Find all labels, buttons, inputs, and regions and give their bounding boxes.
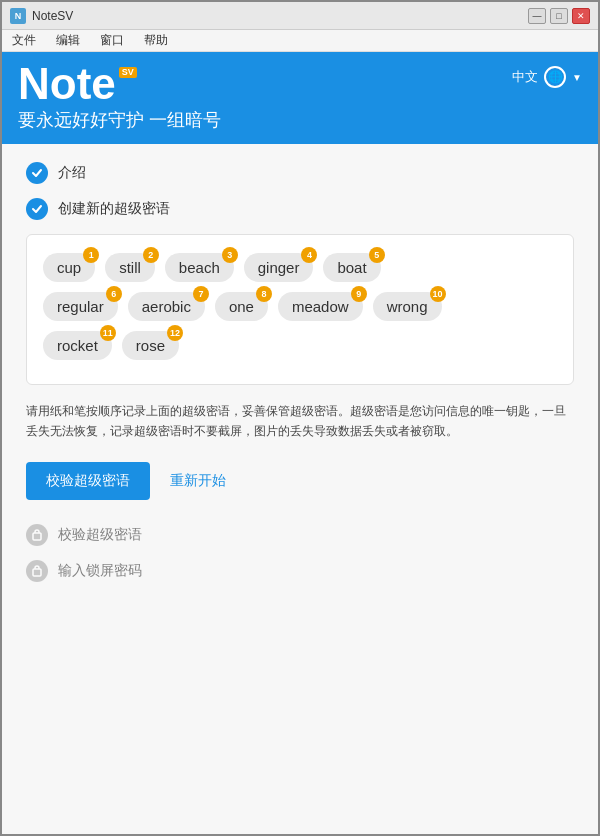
app-name-group: Note SV xyxy=(18,62,582,106)
verify-button[interactable]: 校验超级密语 xyxy=(26,462,150,500)
word-row-3: rocket11rose12 xyxy=(43,331,557,360)
step-2-icon xyxy=(26,198,48,220)
info-text: 请用纸和笔按顺序记录上面的超级密语，妥善保管超级密语。超级密语是您访问信息的唯一… xyxy=(26,401,574,442)
word-chip-1: cup1 xyxy=(43,253,95,282)
word-chip-7: aerobic7 xyxy=(128,292,205,321)
word-row-2: regular6aerobic7one8meadow9wrong10 xyxy=(43,292,557,321)
word-chip-box: cup1still2beach3ginger4boat5 regular6aer… xyxy=(26,234,574,385)
header: Note SV 要永远好好守护 一组暗号 中文 🌐 ▼ xyxy=(2,52,598,144)
word-chip-2: still2 xyxy=(105,253,155,282)
step-4-label: 输入锁屏密码 xyxy=(58,562,142,580)
titlebar-left: N NoteSV xyxy=(10,8,73,24)
menu-help[interactable]: 帮助 xyxy=(140,30,172,51)
close-button[interactable]: ✕ xyxy=(572,8,590,24)
word-chip-10: wrong10 xyxy=(373,292,442,321)
titlebar-title: NoteSV xyxy=(32,9,73,23)
svg-rect-1 xyxy=(33,569,41,576)
lang-dropdown-arrow: ▼ xyxy=(572,72,582,83)
word-chip-11: rocket11 xyxy=(43,331,112,360)
word-chip-6: regular6 xyxy=(43,292,118,321)
globe-icon: 🌐 xyxy=(544,66,566,88)
titlebar: N NoteSV — □ ✕ xyxy=(2,2,598,30)
step-1-label: 介绍 xyxy=(58,164,86,182)
restart-button[interactable]: 重新开始 xyxy=(170,472,226,490)
main-content: 介绍 创建新的超级密语 cup1still2beach3ginger4boat5… xyxy=(2,144,598,836)
step-4-icon xyxy=(26,560,48,582)
step-1: 介绍 xyxy=(26,162,574,184)
step-1-icon xyxy=(26,162,48,184)
word-chip-4: ginger4 xyxy=(244,253,314,282)
step-3-icon xyxy=(26,524,48,546)
word-chip-5: boat5 xyxy=(323,253,380,282)
menu-edit[interactable]: 编辑 xyxy=(52,30,84,51)
step-4: 输入锁屏密码 xyxy=(26,560,574,582)
step-2: 创建新的超级密语 xyxy=(26,198,574,220)
sv-badge: SV xyxy=(119,67,137,78)
word-chip-8: one8 xyxy=(215,292,268,321)
step-3: 校验超级密语 xyxy=(26,524,574,546)
menu-window[interactable]: 窗口 xyxy=(96,30,128,51)
menubar: 文件 编辑 窗口 帮助 xyxy=(2,30,598,52)
window-controls: — □ ✕ xyxy=(528,8,590,24)
word-chip-3: beach3 xyxy=(165,253,234,282)
header-subtitle: 要永远好好守护 一组暗号 xyxy=(18,108,582,132)
minimize-button[interactable]: — xyxy=(528,8,546,24)
app-icon: N xyxy=(10,8,26,24)
language-label: 中文 xyxy=(512,68,538,86)
language-selector[interactable]: 中文 🌐 ▼ xyxy=(512,66,582,88)
step-2-label: 创建新的超级密语 xyxy=(58,200,170,218)
app-name: Note xyxy=(18,62,116,106)
svg-rect-0 xyxy=(33,533,41,540)
maximize-button[interactable]: □ xyxy=(550,8,568,24)
menu-file[interactable]: 文件 xyxy=(8,30,40,51)
word-chip-12: rose12 xyxy=(122,331,179,360)
step-3-label: 校验超级密语 xyxy=(58,526,142,544)
word-chip-9: meadow9 xyxy=(278,292,363,321)
word-row-1: cup1still2beach3ginger4boat5 xyxy=(43,253,557,282)
action-buttons: 校验超级密语 重新开始 xyxy=(26,462,574,500)
